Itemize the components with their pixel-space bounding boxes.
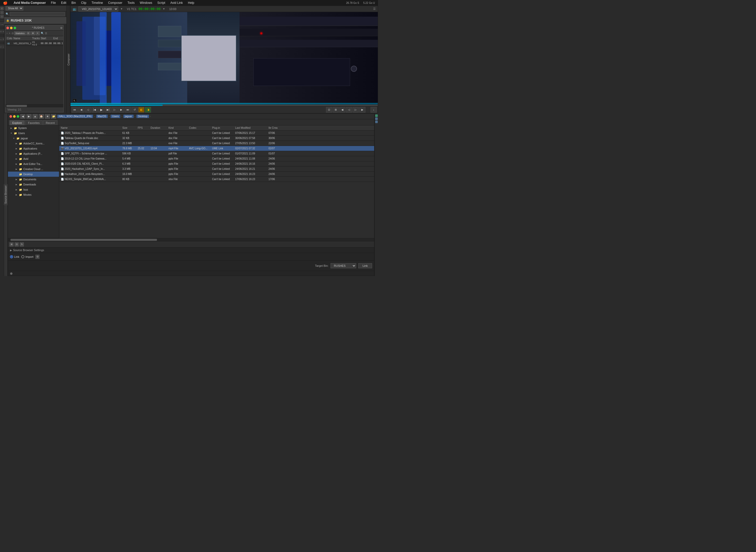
tree-applications-p[interactable]: ▶ 📁 Applications (P... [8,151,59,156]
bin-settings-btn[interactable]: ⊙ [12,32,14,35]
file-row-3[interactable]: 📄ScpToolkit_Setup.exe 22.3 MB exe File C… [59,141,374,146]
bin-max-btn[interactable] [14,27,16,29]
expand-creative-cloud[interactable]: ▶ [15,168,18,170]
tree-isus[interactable]: ▶ 📁 Isus [8,187,59,192]
view-text-btn[interactable]: ≡ [36,31,40,35]
file-row-10[interactable]: 📄NEXIS_Simple_BWCalc_KARAVA... 80 KB xls… [59,177,374,182]
tab-favorites[interactable]: Favorites [25,120,42,125]
tree-jaguar[interactable]: ▼ 📁 jaguar [8,136,59,141]
sb-max-btn[interactable] [17,115,19,118]
bin-search-icon[interactable]: 🔍 [41,32,44,35]
file-row-2[interactable]: 📄Tableau Quarts de Finale.doc 32 KB doc … [59,136,374,141]
transport-step-back[interactable]: ◁ [85,107,91,113]
monitor-menu-btn[interactable]: ☰ [373,7,376,10]
tree-desktop[interactable]: 📁 Desktop [8,172,59,177]
menu-composer[interactable]: Composer [107,1,123,5]
a1-indicator[interactable] [375,118,378,120]
menu-bin[interactable]: Bin [70,1,77,5]
transport-more1[interactable]: ⊡ [326,107,332,113]
transport-more2[interactable]: ⊞ [333,107,339,113]
expand-isus[interactable]: ▶ [15,188,18,191]
expand-downloads[interactable]: ▶ [15,183,18,186]
tree-creative-cloud[interactable]: ▶ 📁 Creative Cloud ... [8,166,59,172]
bin-minus-btn[interactable]: − [6,32,8,35]
file-row-6[interactable]: 📄2019-12-13 C6L Linux File Gatewa... 5.4… [59,156,374,161]
link-radio[interactable] [10,255,13,258]
menu-avidlink[interactable]: Avid Link [169,1,184,5]
transport-mark-out[interactable]: ◨ [145,107,151,113]
transport-prev-frame[interactable]: ◀ [78,107,85,113]
col-header-kind[interactable]: Kind [167,126,187,129]
tree-system[interactable]: ▶ 📁 System [8,125,59,131]
file-row-8[interactable]: 📄2020_Hackathon_LDAP_Sync_In... 3.3 MB p… [59,166,374,172]
sidebar-close-btn[interactable]: ✕ [0,7,4,10]
link-option[interactable]: Link [10,255,19,258]
sb-view-list-btn[interactable]: ⊡ [15,242,19,247]
menu-windows[interactable]: Windows [139,1,153,5]
transport-rewind[interactable]: ⏮ [71,107,78,113]
expand-movies[interactable]: ▶ [15,193,18,196]
settings-label[interactable]: Source Browser Settings [13,249,44,252]
tree-applications[interactable]: ▶ 📁 Applications [8,146,59,151]
nav-home-btn[interactable]: 🏠 [39,114,44,119]
settings-expand-arrow[interactable]: ▶ [10,249,12,252]
menu-help[interactable]: Help [187,1,195,5]
nav-fwd-btn[interactable]: ▶ [26,114,31,119]
menu-timeline[interactable]: Timeline [91,1,104,5]
tree-adobecc[interactable]: ▶ 📁 AdobeCC_licens... [8,141,59,146]
menu-script[interactable]: Script [156,1,166,5]
expand-avid[interactable]: ▶ [15,157,18,160]
expand-avid-editor[interactable]: ▶ [15,163,18,165]
breadcrumb-users[interactable]: Users [111,115,120,118]
search-input[interactable] [10,12,65,16]
import-option[interactable]: Import [21,255,33,258]
bin-plus-btn[interactable]: + [9,32,10,35]
file-row-1[interactable]: 📄2020_Tableau I Phases de Poules... 61 K… [59,131,374,136]
menu-edit[interactable]: Edit [60,1,67,5]
import-gear-btn[interactable]: ⚙ [35,255,39,259]
bin-close-btn[interactable] [6,27,9,29]
target-bin-dropdown[interactable]: RUSHES [330,263,356,268]
expand-documents[interactable]: ▶ [15,178,18,180]
sb-close-btn[interactable] [9,115,12,118]
transport-mark-in[interactable]: ◧ [138,107,144,113]
sb-view-grid-btn[interactable]: ⊞ [9,242,14,247]
expand-adobecc[interactable]: ▶ [15,142,18,145]
a2-indicator[interactable] [375,121,378,123]
file-row-5[interactable]: 📄SPP_SQTFI – Schéma de principe ... 596 … [59,151,374,156]
col-header-ile-crea[interactable]: Ile Crea [267,126,282,129]
col-header-duration[interactable]: Duration [149,126,167,129]
transport-fast-fwd[interactable]: ⏭ [125,107,131,113]
tree-avid[interactable]: ▶ 📁 Avid [8,156,59,161]
statistics-btn[interactable]: Statistics [14,31,26,35]
transport-more5[interactable]: ▷ [353,107,359,113]
app-name[interactable]: Avid Media Composer [13,1,47,5]
transport-more3[interactable]: ◀ [339,107,345,113]
show-all-dropdown[interactable]: Show All [6,6,23,10]
expand-users[interactable]: ▼ [10,132,13,134]
tree-movies[interactable]: ▶ 📁 Movies [8,192,59,197]
import-radio[interactable] [21,255,24,258]
menu-tools[interactable]: Tools [126,1,136,5]
nav-star-btn[interactable]: ★ [45,114,50,119]
col-header-fps[interactable]: FPS [136,126,149,129]
tree-documents[interactable]: ▶ 📁 Documents [8,177,59,182]
tab-explore[interactable]: Explore [9,120,25,125]
menu-file[interactable]: File [50,1,57,5]
expand-apps-p[interactable]: ▶ [15,152,18,155]
apple-menu[interactable]: 🍎 [2,0,8,5]
nav-back-btn[interactable]: ◀ [20,114,25,119]
expand-applications[interactable]: ▶ [15,147,18,150]
sidebar-max-btn[interactable]: + [0,15,4,18]
transport-last[interactable]: ↓ [370,107,377,113]
source-browser-tab[interactable]: Source Browser [4,184,8,205]
bin-row[interactable]: 📹 VID_20210701_131403 V1 A1-2 00:00:00:0… [5,41,63,46]
link-button[interactable]: Link [358,263,372,268]
bin-settings-icon[interactable]: ⊙ [60,26,62,29]
col-header-last-modified[interactable]: Last Modified [234,126,267,129]
tree-avid-editor[interactable]: ▶ 📁 Avid Editor Tra... [8,161,59,166]
transport-more6[interactable]: ▶ [359,107,365,113]
transport-play[interactable]: ▶ [98,107,104,113]
transport-step-fwd[interactable]: ▷ [112,107,118,113]
file-row-4[interactable]: 🎬VID_20210701_131403.mp4 78.8 MB 25.02 1… [59,146,374,151]
